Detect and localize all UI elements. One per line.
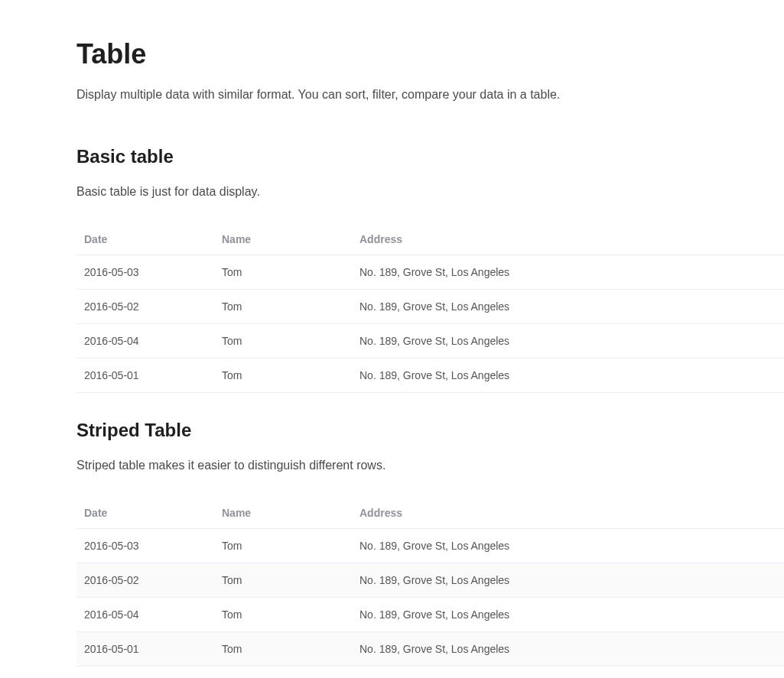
table-row: 2016-05-01 Tom No. 189, Grove St, Los An… [76, 632, 784, 667]
cell-address: No. 189, Grove St, Los Angeles [352, 290, 784, 324]
table-header-row: Date Name Address [76, 498, 784, 529]
table-row: 2016-05-03 Tom No. 189, Grove St, Los An… [76, 255, 784, 290]
cell-address: No. 189, Grove St, Los Angeles [352, 563, 784, 598]
cell-name: Tom [214, 255, 352, 290]
page-title: Table [76, 38, 784, 70]
column-header-address: Address [352, 224, 784, 255]
table-row: 2016-05-02 Tom No. 189, Grove St, Los An… [76, 290, 784, 324]
cell-date: 2016-05-02 [76, 290, 214, 324]
cell-address: No. 189, Grove St, Los Angeles [352, 598, 784, 632]
table-row: 2016-05-03 Tom No. 189, Grove St, Los An… [76, 529, 784, 563]
cell-name: Tom [214, 324, 352, 358]
cell-date: 2016-05-03 [76, 529, 214, 563]
cell-address: No. 189, Grove St, Los Angeles [352, 358, 784, 393]
table-row: 2016-05-01 Tom No. 189, Grove St, Los An… [76, 358, 784, 393]
cell-name: Tom [214, 563, 352, 598]
cell-address: No. 189, Grove St, Los Angeles [352, 632, 784, 667]
basic-table: Date Name Address 2016-05-03 Tom No. 189… [76, 224, 784, 393]
cell-address: No. 189, Grove St, Los Angeles [352, 324, 784, 358]
column-header-address: Address [352, 498, 784, 529]
cell-name: Tom [214, 358, 352, 393]
table-row: 2016-05-04 Tom No. 189, Grove St, Los An… [76, 598, 784, 632]
cell-date: 2016-05-04 [76, 598, 214, 632]
page-container: Table Display multiple data with similar… [76, 38, 784, 667]
basic-section-title: Basic table [76, 146, 784, 167]
cell-date: 2016-05-03 [76, 255, 214, 290]
striped-table: Date Name Address 2016-05-03 Tom No. 189… [76, 498, 784, 667]
column-header-name: Name [214, 224, 352, 255]
cell-date: 2016-05-04 [76, 324, 214, 358]
page-description: Display multiple data with similar forma… [76, 86, 784, 104]
cell-date: 2016-05-01 [76, 632, 214, 667]
basic-section-description: Basic table is just for data display. [76, 183, 784, 201]
striped-section-title: Striped Table [76, 420, 784, 441]
cell-name: Tom [214, 598, 352, 632]
cell-name: Tom [214, 290, 352, 324]
striped-section-description: Striped table makes it easier to disting… [76, 456, 784, 475]
table-row: 2016-05-04 Tom No. 189, Grove St, Los An… [76, 324, 784, 358]
column-header-name: Name [214, 498, 352, 529]
column-header-date: Date [76, 224, 214, 255]
cell-address: No. 189, Grove St, Los Angeles [352, 529, 784, 563]
cell-date: 2016-05-01 [76, 358, 214, 393]
table-header-row: Date Name Address [76, 224, 784, 255]
cell-address: No. 189, Grove St, Los Angeles [352, 255, 784, 290]
cell-date: 2016-05-02 [76, 563, 214, 598]
cell-name: Tom [214, 632, 352, 667]
table-row: 2016-05-02 Tom No. 189, Grove St, Los An… [76, 563, 784, 598]
column-header-date: Date [76, 498, 214, 529]
cell-name: Tom [214, 529, 352, 563]
